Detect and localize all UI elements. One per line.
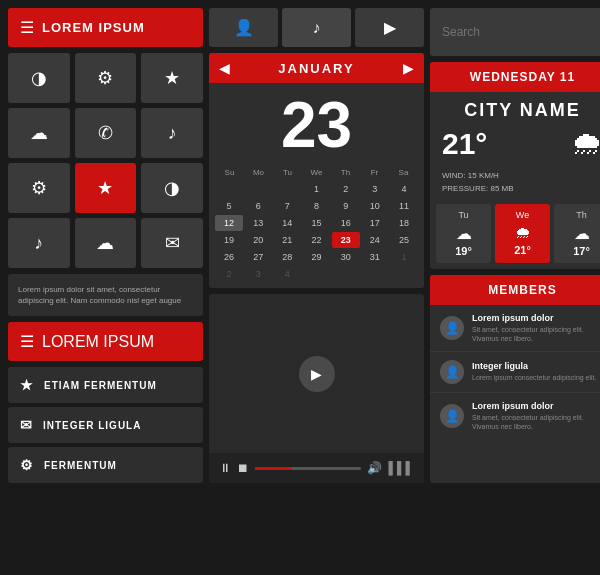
cal-cell[interactable] bbox=[273, 181, 301, 197]
cal-cell-22[interactable]: 22 bbox=[302, 232, 330, 248]
cal-cell-7[interactable]: 7 bbox=[273, 198, 301, 214]
top-menu-header[interactable]: ☰ LOREM IPSUM bbox=[8, 8, 203, 47]
cal-cell-4[interactable]: 4 bbox=[390, 181, 418, 197]
icon-star[interactable]: ★ bbox=[141, 53, 203, 103]
cal-cell-nm2[interactable]: 2 bbox=[215, 266, 243, 282]
cal-cell-6[interactable]: 6 bbox=[244, 198, 272, 214]
calendar-month: JANUARY bbox=[278, 61, 354, 76]
icon-music2[interactable]: ♪ bbox=[8, 218, 70, 268]
cal-cell-23-today[interactable]: 23 bbox=[332, 232, 360, 248]
stop-button[interactable]: ⏹ bbox=[237, 461, 249, 475]
tab-play[interactable]: ▶ bbox=[355, 8, 424, 47]
cal-cell[interactable] bbox=[244, 181, 272, 197]
note-icon: ♪ bbox=[313, 19, 321, 37]
progress-bar[interactable] bbox=[255, 467, 361, 470]
cal-next-button[interactable]: ▶ bbox=[403, 60, 414, 76]
cal-cell-5[interactable]: 5 bbox=[215, 198, 243, 214]
cal-cell-24[interactable]: 24 bbox=[361, 232, 389, 248]
cloud-icon: ☁ bbox=[30, 122, 48, 144]
cal-cell-20[interactable]: 20 bbox=[244, 232, 272, 248]
forecast-tuesday[interactable]: Tu ☁ 19° bbox=[436, 204, 491, 263]
phone-icon: ✆ bbox=[98, 122, 113, 144]
icon-phone[interactable]: ✆ bbox=[75, 108, 137, 158]
icon-mail[interactable]: ✉ bbox=[141, 218, 203, 268]
calendar-widget: ◀ JANUARY ▶ 23 Su Mo Tu We Th Fr Sa 1 2 bbox=[209, 53, 424, 288]
calendar-date-big: 23 bbox=[209, 83, 424, 164]
cal-cell-nm4[interactable]: 4 bbox=[273, 266, 301, 282]
video-player: ▶ ⏸ ⏹ 🔊 ▌▌▌ bbox=[209, 294, 424, 483]
member-desc-3: Sit amet, consectetur adipiscing elit. V… bbox=[472, 413, 600, 431]
forecast-row: Tu ☁ 19° We 🌧 21° Th ☁ 17° bbox=[430, 204, 600, 269]
gear-icon: ⚙ bbox=[97, 67, 113, 89]
search-input[interactable] bbox=[442, 25, 592, 39]
member-avatar-3: 👤 bbox=[440, 404, 464, 428]
cal-cell-29[interactable]: 29 bbox=[302, 249, 330, 265]
cal-cell-10[interactable]: 10 bbox=[361, 198, 389, 214]
star3-icon: ★ bbox=[20, 377, 34, 393]
icon-chart[interactable]: ◑ bbox=[141, 163, 203, 213]
cal-cell-19[interactable]: 19 bbox=[215, 232, 243, 248]
forecast-thursday[interactable]: Th ☁ 17° bbox=[554, 204, 600, 263]
cal-cell-30[interactable]: 30 bbox=[332, 249, 360, 265]
cal-cell-12[interactable]: 12 bbox=[215, 215, 243, 231]
icon-gear2[interactable]: ⚙ bbox=[8, 163, 70, 213]
cal-cell-2[interactable]: 2 bbox=[332, 181, 360, 197]
cal-cell[interactable] bbox=[215, 181, 243, 197]
mail-icon: ✉ bbox=[165, 232, 180, 254]
members-widget: MEMBERS 👤 Lorem ipsum dolor Sit amet, co… bbox=[430, 275, 600, 484]
cal-cell-16[interactable]: 16 bbox=[332, 215, 360, 231]
cal-cell-14[interactable]: 14 bbox=[273, 215, 301, 231]
cal-cell-nm1[interactable]: 1 bbox=[390, 249, 418, 265]
bottom-menu-header[interactable]: ☰ LOREM IPSUM bbox=[8, 322, 203, 361]
chart-icon: ◑ bbox=[164, 177, 180, 199]
left-column: ☰ LOREM IPSUM ◑ ⚙ ★ ☁ ✆ ♪ ⚙ ★ ◑ ♪ ☁ ✉ Lo… bbox=[8, 8, 203, 483]
icon-gear[interactable]: ⚙ bbox=[75, 53, 137, 103]
icon-star-red[interactable]: ★ bbox=[75, 163, 137, 213]
cal-cell-3[interactable]: 3 bbox=[361, 181, 389, 197]
day-fr: Fr bbox=[360, 168, 389, 177]
cal-cell-15[interactable]: 15 bbox=[302, 215, 330, 231]
member-name-1: Lorem ipsum dolor bbox=[472, 313, 600, 323]
volume-icon[interactable]: 🔊 bbox=[367, 461, 382, 475]
tab-user[interactable]: 👤 bbox=[209, 8, 278, 47]
icon-pie-chart[interactable]: ◑ bbox=[8, 53, 70, 103]
member-item-3[interactable]: 👤 Lorem ipsum dolor Sit amet, consectetu… bbox=[430, 393, 600, 439]
main-container: ☰ LOREM IPSUM ◑ ⚙ ★ ☁ ✆ ♪ ⚙ ★ ◑ ♪ ☁ ✉ Lo… bbox=[0, 0, 600, 497]
menu-item-3[interactable]: ⚙ FERMENTUM bbox=[8, 447, 203, 483]
forecast-wednesday[interactable]: We 🌧 21° bbox=[495, 204, 550, 263]
day-we: We bbox=[302, 168, 331, 177]
cal-cell-25[interactable]: 25 bbox=[390, 232, 418, 248]
menu-item-1-label: ETIAM FERMENTUM bbox=[44, 380, 157, 391]
video-controls: ⏸ ⏹ 🔊 ▌▌▌ bbox=[209, 453, 424, 483]
search-bar: 🔍 bbox=[430, 8, 600, 56]
member-item-2[interactable]: 👤 Integer ligula Lorem ipsum consectetur… bbox=[430, 352, 600, 393]
temperature-display: 21° bbox=[442, 127, 487, 161]
wind-info: WIND: 15 KM/H bbox=[442, 170, 600, 183]
cal-cell-13[interactable]: 13 bbox=[244, 215, 272, 231]
video-play-button[interactable]: ▶ bbox=[299, 356, 335, 392]
video-area[interactable]: ▶ bbox=[209, 294, 424, 453]
icon-music[interactable]: ♪ bbox=[141, 108, 203, 158]
cal-cell-28[interactable]: 28 bbox=[273, 249, 301, 265]
cal-prev-button[interactable]: ◀ bbox=[219, 60, 230, 76]
cal-cell-31[interactable]: 31 bbox=[361, 249, 389, 265]
member-item-1[interactable]: 👤 Lorem ipsum dolor Sit amet, consectetu… bbox=[430, 305, 600, 352]
cal-cell-8[interactable]: 8 bbox=[302, 198, 330, 214]
cal-cell-9[interactable]: 9 bbox=[332, 198, 360, 214]
cal-cell-21[interactable]: 21 bbox=[273, 232, 301, 248]
weather-details: WIND: 15 KM/H PRESSURE: 85 MB bbox=[430, 168, 600, 204]
cal-cell-17[interactable]: 17 bbox=[361, 215, 389, 231]
icon-cloud2[interactable]: ☁ bbox=[75, 218, 137, 268]
pause-button[interactable]: ⏸ bbox=[219, 461, 231, 475]
cal-cell-nm3[interactable]: 3 bbox=[244, 266, 272, 282]
cal-cell-27[interactable]: 27 bbox=[244, 249, 272, 265]
hamburger-icon: ☰ bbox=[20, 18, 34, 37]
menu-item-1[interactable]: ★ ETIAM FERMENTUM bbox=[8, 367, 203, 403]
cal-cell-26[interactable]: 26 bbox=[215, 249, 243, 265]
cal-cell-11[interactable]: 11 bbox=[390, 198, 418, 214]
menu-item-2[interactable]: ✉ INTEGER LIGULA bbox=[8, 407, 203, 443]
cal-cell-1[interactable]: 1 bbox=[302, 181, 330, 197]
cal-cell-18[interactable]: 18 bbox=[390, 215, 418, 231]
icon-cloud[interactable]: ☁ bbox=[8, 108, 70, 158]
tab-music[interactable]: ♪ bbox=[282, 8, 351, 47]
